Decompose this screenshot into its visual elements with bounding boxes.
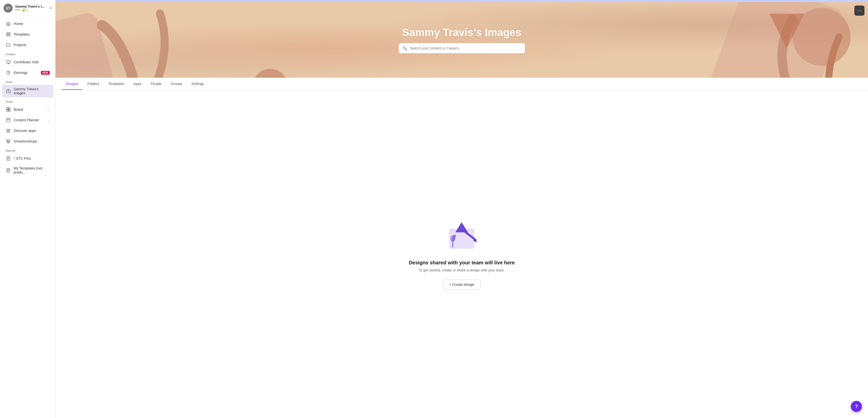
content-planner-icon xyxy=(5,117,11,123)
svg-rect-34 xyxy=(56,10,119,78)
tab-templates[interactable]: Templates xyxy=(104,78,128,90)
document-icon xyxy=(5,156,11,161)
empty-state-title: Designs shared with your team will live … xyxy=(409,260,515,266)
sidebar-item-label: Projects xyxy=(13,43,27,47)
tab-designs[interactable]: Designs xyxy=(62,78,83,90)
svg-point-36 xyxy=(253,69,287,78)
top-bar xyxy=(56,0,868,2)
sidebar-item-label: Sammy Travis's Images xyxy=(13,87,50,95)
svg-point-24 xyxy=(8,132,8,132)
sidebar-item-templates[interactable]: Templates xyxy=(2,29,53,39)
svg-point-19 xyxy=(9,129,10,130)
sidebar-item-smartmockups[interactable]: Smartmockups xyxy=(2,136,53,146)
content-area: Designs shared with your team will live … xyxy=(56,90,868,418)
svg-rect-13 xyxy=(6,119,10,122)
workspace-name: Sammy Travis's I... xyxy=(15,4,50,8)
sidebar: ST Sammy Travis's I... Pro • 🔒 1 ▾ Home … xyxy=(0,0,56,418)
svg-rect-2 xyxy=(9,34,10,36)
sidebar-item-label: Contributor Hub xyxy=(13,60,39,64)
workspace-sub: Pro • 🔒 1 xyxy=(15,8,50,11)
contributor-hub-icon xyxy=(5,59,11,65)
sidebar-item-home[interactable]: Home xyxy=(2,19,53,29)
sidebar-item-contributor-hub[interactable]: Contributor Hub xyxy=(2,57,53,67)
workspace-switcher[interactable]: ST Sammy Travis's I... Pro • 🔒 1 ▾ xyxy=(0,0,55,17)
sidebar-item-my-templates[interactable]: My Templates [not produ... xyxy=(2,164,53,177)
team-section-label: Team xyxy=(0,78,55,85)
svg-rect-1 xyxy=(9,33,10,34)
chevron-icon: ⌄ xyxy=(47,118,50,122)
hero-title: Sammy Travis's Images xyxy=(402,27,521,38)
workspace-info: Sammy Travis's I... Pro • 🔒 1 xyxy=(15,4,50,11)
svg-rect-10 xyxy=(8,108,10,110)
hero-decoration xyxy=(56,2,868,78)
tab-folders[interactable]: Folders xyxy=(84,78,103,90)
svg-rect-38 xyxy=(704,2,846,78)
tab-groups[interactable]: Groups xyxy=(167,78,186,90)
svg-rect-0 xyxy=(6,33,8,34)
svg-rect-11 xyxy=(6,110,8,112)
smartmockups-icon xyxy=(5,139,11,144)
starred-section-label: Starred xyxy=(0,147,55,153)
tools-section-label: Tools xyxy=(0,98,55,104)
empty-illustration xyxy=(441,218,482,254)
chevron-down-icon: ▾ xyxy=(50,6,52,10)
tabs-bar: Designs Folders Templates Apps People Gr… xyxy=(56,78,868,90)
tab-settings[interactable]: Settings xyxy=(187,78,208,90)
sidebar-item-label: Smartmockups xyxy=(13,139,37,143)
svg-point-23 xyxy=(7,132,7,132)
chevron-icon: ⌄ xyxy=(47,108,50,112)
sidebar-item-content-planner[interactable]: Content Planner ⌄ xyxy=(2,115,53,125)
more-options-button[interactable]: ⋯ xyxy=(855,5,865,16)
tab-apps[interactable]: Apps xyxy=(129,78,146,90)
help-button[interactable]: ? xyxy=(851,401,862,412)
search-input[interactable] xyxy=(399,43,525,53)
hero-search-container: 🔍 xyxy=(399,43,525,53)
sidebar-item-stc-pins[interactable]: * STC Pins xyxy=(2,153,53,163)
sidebar-item-label: Discover apps xyxy=(13,129,36,133)
svg-rect-12 xyxy=(8,110,10,112)
tab-people[interactable]: People xyxy=(147,78,166,90)
sidebar-item-label: Home xyxy=(13,22,23,26)
search-icon: 🔍 xyxy=(402,46,407,51)
hero-banner: Sammy Travis's Images 🔍 ⋯ xyxy=(56,2,868,78)
svg-rect-9 xyxy=(6,108,8,110)
svg-point-25 xyxy=(9,132,10,132)
brand-icon xyxy=(5,107,11,112)
sidebar-item-label: My Templates [not produ... xyxy=(13,166,50,174)
creator-section-label: Creator xyxy=(0,50,55,57)
create-design-button[interactable]: + Create design xyxy=(443,279,480,290)
team-icon xyxy=(5,88,11,94)
empty-state-description: To get started, create or share a design… xyxy=(418,268,505,272)
svg-point-22 xyxy=(9,130,10,131)
sidebar-item-earnings[interactable]: Earnings NEW xyxy=(2,68,53,78)
projects-icon xyxy=(5,42,11,48)
sidebar-item-discover-apps[interactable]: Discover apps xyxy=(2,126,53,136)
apps-icon xyxy=(5,128,11,133)
document-icon xyxy=(5,168,11,173)
sidebar-item-sammy-travis-images[interactable]: Sammy Travis's Images xyxy=(2,85,53,97)
svg-point-20 xyxy=(7,130,7,131)
earnings-icon xyxy=(5,70,11,76)
svg-point-18 xyxy=(8,129,8,130)
main-content: Sammy Travis's Images 🔍 ⋯ Designs Folder… xyxy=(56,0,868,418)
svg-point-17 xyxy=(7,129,7,130)
empty-state: Designs shared with your team will live … xyxy=(404,203,520,305)
sidebar-item-label: Content Planner xyxy=(13,118,39,122)
sidebar-item-label: Earnings xyxy=(13,71,28,75)
sidebar-item-label: Brand xyxy=(13,108,23,112)
templates-icon xyxy=(5,32,11,37)
avatar: ST xyxy=(3,3,12,12)
svg-marker-44 xyxy=(455,222,468,232)
sidebar-item-brand[interactable]: Brand ⌄ xyxy=(2,104,53,115)
svg-rect-4 xyxy=(6,60,10,63)
new-badge: NEW xyxy=(41,71,50,75)
sidebar-item-label: * STC Pins xyxy=(13,156,31,160)
sidebar-item-label: Templates xyxy=(13,32,30,36)
sidebar-item-projects[interactable]: Projects xyxy=(2,40,53,50)
svg-rect-3 xyxy=(6,35,8,36)
svg-point-21 xyxy=(8,130,8,131)
home-icon xyxy=(5,21,11,27)
